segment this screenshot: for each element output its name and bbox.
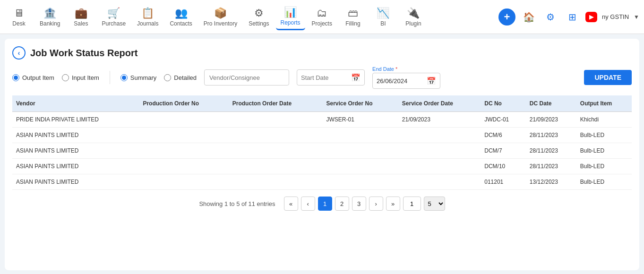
- nav-projects[interactable]: 🗂 Projects: [307, 4, 337, 30]
- page-first-button[interactable]: «: [284, 197, 298, 211]
- radio-summary[interactable]: Summary: [120, 74, 157, 81]
- table-cell: [398, 128, 481, 143]
- youtube-button[interactable]: ▶: [585, 12, 597, 22]
- table-cell: [229, 174, 323, 190]
- table-cell: ASIAN PAINTS LIMITED: [12, 174, 139, 190]
- nav-settings[interactable]: ⚙ Settings: [244, 4, 274, 30]
- radio-summary-label: Summary: [130, 74, 157, 81]
- page-jump-input[interactable]: [403, 197, 421, 211]
- radio-detailed-input[interactable]: [164, 74, 171, 81]
- table-body: PRIDE INDIA PRIVATE LIMITEDJWSER-0121/09…: [12, 112, 632, 190]
- page-title: Job Work Status Report: [30, 48, 137, 59]
- page-1-button[interactable]: 1: [318, 197, 332, 211]
- radio-summary-input[interactable]: [120, 74, 128, 81]
- table-cell: 28/11/2023: [526, 128, 576, 143]
- page-next-button[interactable]: ›: [369, 197, 383, 211]
- page-prev-button[interactable]: ‹: [301, 197, 315, 211]
- start-date-input[interactable]: [301, 74, 348, 81]
- end-date-input[interactable]: [377, 77, 424, 85]
- table-cell: ASIAN PAINTS LIMITED: [12, 143, 139, 159]
- table-cell: Bulb-LED: [576, 143, 632, 159]
- table-cell: 21/09/2023: [526, 112, 576, 128]
- projects-icon: 🗂: [317, 7, 327, 19]
- table-cell: [139, 143, 228, 159]
- top-navigation: 🖥 Desk 🏦 Banking 💼 Sales 🛒 Purchase 📋 Jo…: [0, 0, 644, 34]
- table-cell: Bulb-LED: [576, 174, 632, 190]
- nav-desk[interactable]: 🖥 Desk: [5, 4, 33, 30]
- nav-bi[interactable]: 📉 BI: [369, 4, 397, 30]
- table-cell: 13/12/2023: [526, 174, 576, 190]
- col-prod-order-no: Production Order No: [139, 95, 228, 112]
- back-icon: ‹: [18, 49, 20, 57]
- start-date-wrap: 📅: [297, 69, 365, 86]
- table-wrap: Vendor Production Order No Producton Ord…: [12, 95, 632, 190]
- table-header-row: Vendor Production Order No Producton Ord…: [12, 95, 632, 112]
- end-date-wrap: End Date * 📅: [372, 66, 440, 89]
- desk-icon: 🖥: [14, 7, 24, 19]
- table-cell: [322, 143, 398, 159]
- update-button[interactable]: UPDATE: [584, 70, 632, 85]
- nav-sales[interactable]: 💼 Sales: [67, 4, 95, 30]
- plugin-icon: 🔌: [407, 7, 420, 19]
- table-cell: [229, 143, 323, 159]
- end-date-calendar-icon[interactable]: 📅: [427, 77, 436, 86]
- home-icon[interactable]: 🏠: [520, 9, 537, 26]
- nav-purchase[interactable]: 🛒 Purchase: [97, 4, 130, 30]
- per-page-select[interactable]: 5 10 25: [424, 197, 445, 211]
- pagination-info: Showing 1 to 5 of 11 entries: [199, 200, 275, 207]
- page-header: ‹ Job Work Status Report: [12, 46, 632, 60]
- radio-input-item[interactable]: Input Item: [62, 74, 99, 81]
- col-prod-order-date: Producton Order Date: [229, 95, 323, 112]
- col-output-item: Output Item: [576, 95, 632, 112]
- gstin-dropdown-arrow[interactable]: ▼: [634, 14, 639, 20]
- col-service-order-date: Service Order Date: [398, 95, 481, 112]
- nav-pro-inventory[interactable]: 📦 Pro Inventory: [199, 4, 242, 30]
- nav-plugin[interactable]: 🔌 Plugin: [399, 4, 428, 30]
- gear-icon[interactable]: ⚙: [542, 9, 559, 26]
- page-3-button[interactable]: 3: [352, 197, 366, 211]
- gstin-label: ny GSTIN: [602, 13, 629, 20]
- grid-icon[interactable]: ⊞: [564, 9, 581, 26]
- page-2-button[interactable]: 2: [335, 197, 349, 211]
- nav-reports[interactable]: 📊 Reports: [276, 3, 305, 30]
- radio-output-item-label: Output Item: [22, 74, 54, 81]
- vendor-consignee-input[interactable]: [204, 69, 289, 86]
- bi-icon: 📉: [377, 7, 389, 19]
- table-row: PRIDE INDIA PRIVATE LIMITEDJWSER-0121/09…: [12, 112, 632, 128]
- radio-output-item-input[interactable]: [12, 74, 19, 81]
- sales-icon: 💼: [75, 7, 87, 19]
- page-last-button[interactable]: »: [386, 197, 400, 211]
- col-vendor: Vendor: [12, 95, 139, 112]
- radio-input-item-input[interactable]: [62, 74, 69, 81]
- table-cell: 011201: [481, 174, 526, 190]
- nav-banking[interactable]: 🏦 Banking: [35, 4, 65, 30]
- radio-output-item[interactable]: Output Item: [12, 74, 54, 81]
- table-cell: [229, 159, 323, 174]
- table-cell: ASIAN PAINTS LIMITED: [12, 128, 139, 143]
- col-service-order-no: Service Order No: [322, 95, 398, 112]
- add-button[interactable]: +: [498, 9, 515, 26]
- table-row: ASIAN PAINTS LIMITEDDCM/628/11/2023Bulb-…: [12, 128, 632, 143]
- table-cell: DCM/10: [481, 159, 526, 174]
- filter-row: Output Item Input Item Summary Detailed …: [12, 66, 632, 89]
- table-row: ASIAN PAINTS LIMITEDDCM/728/11/2023Bulb-…: [12, 143, 632, 159]
- nav-journals[interactable]: 📋 Journals: [132, 4, 163, 30]
- table-cell: [139, 128, 228, 143]
- journals-icon: 📋: [141, 7, 154, 19]
- nav-contacts[interactable]: 👥 Contacts: [165, 4, 197, 30]
- data-table: Vendor Production Order No Producton Ord…: [12, 95, 632, 190]
- end-date-label: End Date *: [372, 66, 440, 72]
- radio-detailed[interactable]: Detailed: [164, 74, 197, 81]
- table-cell: Bulb-LED: [576, 159, 632, 174]
- radio-detailed-label: Detailed: [174, 74, 197, 81]
- nav-filling[interactable]: 🗃 Filling: [339, 4, 367, 30]
- table-row: ASIAN PAINTS LIMITEDDCM/1028/11/2023Bulb…: [12, 159, 632, 174]
- back-button[interactable]: ‹: [12, 46, 26, 60]
- table-cell: 28/11/2023: [526, 143, 576, 159]
- end-date-input-wrap: 📅: [372, 73, 440, 89]
- start-date-calendar-icon[interactable]: 📅: [351, 73, 361, 82]
- table-cell: JWSER-01: [322, 112, 398, 128]
- table-cell: [139, 174, 228, 190]
- table-cell: [322, 159, 398, 174]
- table-row: ASIAN PAINTS LIMITED01120113/12/2023Bulb…: [12, 174, 632, 190]
